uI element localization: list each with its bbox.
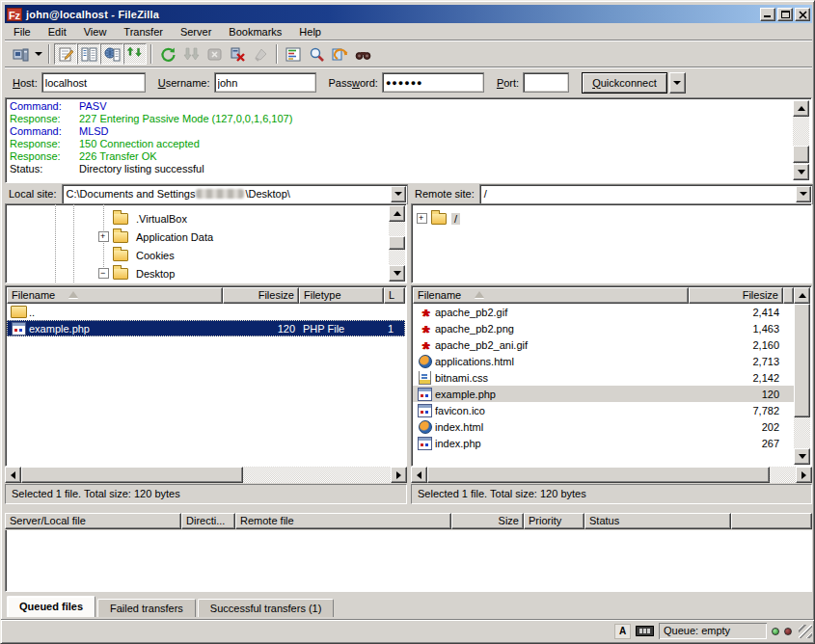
port-input[interactable] xyxy=(524,73,568,92)
password-input[interactable] xyxy=(383,73,483,92)
quickconnect-button[interactable]: Quickconnect xyxy=(582,72,667,94)
queue-column-size[interactable]: Size xyxy=(451,513,524,529)
username-input[interactable] xyxy=(215,73,315,92)
queue-column-direction[interactable]: Directi... xyxy=(181,513,235,529)
directory-listing-filters-button[interactable] xyxy=(282,43,305,65)
local-horizontal-scrollbar[interactable] xyxy=(5,467,407,483)
scrollbar-thumb[interactable] xyxy=(427,467,770,483)
scroll-up-icon[interactable] xyxy=(793,100,809,117)
host-input[interactable] xyxy=(42,73,145,92)
scroll-up-icon[interactable] xyxy=(389,205,405,222)
log-line: Response: 150 Connection accepted xyxy=(10,138,792,150)
log-scrollbar[interactable] xyxy=(793,100,809,180)
disconnect-button[interactable] xyxy=(226,43,249,65)
file-row[interactable]: example.php 120 xyxy=(413,386,794,402)
tree-item[interactable]: .VirtualBox xyxy=(6,209,389,228)
speedlimit-icon[interactable] xyxy=(636,626,654,636)
log-line: Command: PASV xyxy=(10,100,792,113)
column-header-filename[interactable]: Filename xyxy=(413,287,689,304)
queue-column-priority[interactable]: Priority xyxy=(524,513,584,529)
tree-item[interactable]: Application Data xyxy=(6,228,389,246)
local-site-combo[interactable]: C:\Documents and Settings\Desktop\ xyxy=(63,185,407,203)
tab-queued-files[interactable]: Queued files xyxy=(7,596,95,617)
tree-item[interactable]: / xyxy=(412,209,794,228)
scrollbar-thumb[interactable] xyxy=(389,236,405,250)
transfer-queue-list[interactable] xyxy=(5,530,812,592)
minimize-button[interactable] xyxy=(760,8,775,21)
column-header-filename[interactable]: Filename xyxy=(7,287,223,304)
scroll-down-icon[interactable] xyxy=(793,164,809,180)
file-row[interactable]: apache_pb2.gif 2,414 xyxy=(413,304,794,320)
menu-bookmarks[interactable]: Bookmarks xyxy=(220,24,290,40)
scrollbar-thumb[interactable] xyxy=(21,467,243,483)
tree-expander-icon[interactable] xyxy=(98,231,109,242)
refresh-button[interactable] xyxy=(156,43,179,65)
transfer-type-ascii-icon[interactable]: A xyxy=(614,624,631,639)
local-tree-scrollbar[interactable] xyxy=(389,205,405,282)
toggle-transfer-queue-button[interactable] xyxy=(123,43,147,65)
local-file-list: Filename Filesize Filetype L .. example.… xyxy=(5,285,407,467)
tree-item-label: Desktop xyxy=(133,268,177,280)
synchronized-browsing-button[interactable] xyxy=(328,43,351,65)
file-row[interactable]: .. xyxy=(7,304,405,320)
local-site-dropdown-button[interactable] xyxy=(391,186,406,202)
tab-failed-transfers[interactable]: Failed transfers xyxy=(97,599,196,617)
maximize-button[interactable] xyxy=(777,8,793,21)
queue-column-status[interactable]: Status xyxy=(584,513,731,529)
scroll-down-icon[interactable] xyxy=(794,448,810,465)
file-row[interactable]: index.html 202 xyxy=(413,418,794,435)
site-manager-button[interactable] xyxy=(9,43,32,65)
scroll-up-icon[interactable] xyxy=(794,287,810,304)
site-manager-dropdown-icon[interactable] xyxy=(32,43,44,65)
remote-horizontal-scrollbar[interactable] xyxy=(411,467,812,483)
column-header-filesize[interactable]: Filesize xyxy=(223,287,299,304)
scroll-left-icon[interactable] xyxy=(411,467,427,483)
menu-edit[interactable]: Edit xyxy=(40,24,75,40)
tree-expander-icon[interactable] xyxy=(417,213,427,224)
column-header-filetype[interactable]: Filetype xyxy=(299,287,384,304)
process-queue-button[interactable] xyxy=(179,43,203,65)
column-header-filesize[interactable]: Filesize xyxy=(689,287,783,304)
toggle-local-treeview-button[interactable] xyxy=(77,43,100,65)
file-icon xyxy=(417,306,433,319)
menu-file[interactable]: File xyxy=(5,24,40,40)
scrollbar-thumb[interactable] xyxy=(793,146,809,163)
tree-item[interactable]: Desktop xyxy=(6,264,389,282)
toggle-message-log-button[interactable] xyxy=(54,43,77,65)
menu-view[interactable]: View xyxy=(75,24,116,40)
tree-expander-icon[interactable] xyxy=(98,268,109,279)
scrollbar-thumb[interactable] xyxy=(794,304,810,417)
quickconnect-dropdown-button[interactable] xyxy=(669,72,686,94)
scroll-left-icon[interactable] xyxy=(5,467,21,483)
scroll-right-icon[interactable] xyxy=(796,467,812,483)
file-row[interactable]: apache_pb2_ani.gif 2,160 xyxy=(413,336,794,353)
find-files-button[interactable] xyxy=(351,43,374,65)
file-row[interactable]: applications.html 2,713 xyxy=(413,353,794,369)
file-row[interactable]: favicon.ico 7,782 xyxy=(413,402,794,418)
remote-site-dropdown-button[interactable] xyxy=(796,186,811,202)
remote-list-scrollbar[interactable] xyxy=(794,287,810,465)
scroll-down-icon[interactable] xyxy=(389,265,405,282)
file-row[interactable]: example.php 120 PHP File 1 xyxy=(7,320,405,336)
cancel-operation-button[interactable] xyxy=(203,43,226,65)
file-row[interactable]: apache_pb2.png 1,463 xyxy=(413,320,794,336)
column-header-lastmodified[interactable]: L xyxy=(384,287,405,304)
file-row[interactable]: index.php 267 xyxy=(413,435,794,451)
resize-grip[interactable] xyxy=(799,625,812,638)
queue-column-remotefile[interactable]: Remote file xyxy=(235,513,451,529)
remote-site-combo[interactable]: / xyxy=(480,185,812,203)
close-button[interactable] xyxy=(795,8,810,21)
toggle-remote-treeview-button[interactable] xyxy=(100,43,123,65)
menu-transfer[interactable]: Transfer xyxy=(115,24,172,40)
menu-server[interactable]: Server xyxy=(172,24,220,40)
menu-help[interactable]: Help xyxy=(290,24,330,40)
log-line-label: Response: xyxy=(10,150,79,163)
scroll-right-icon[interactable] xyxy=(391,467,407,483)
queue-column-serverlocal[interactable]: Server/Local file xyxy=(5,513,181,529)
compare-directories-button[interactable] xyxy=(305,43,328,65)
file-row[interactable]: bitnami.css 2,142 xyxy=(413,369,794,386)
local-pane: Local site: C:\Documents and Settings\De… xyxy=(5,184,407,505)
tree-item[interactable]: Cookies xyxy=(6,246,389,264)
tab-successful-transfers[interactable]: Successful transfers (1) xyxy=(198,599,335,617)
reconnect-button[interactable] xyxy=(249,43,272,65)
